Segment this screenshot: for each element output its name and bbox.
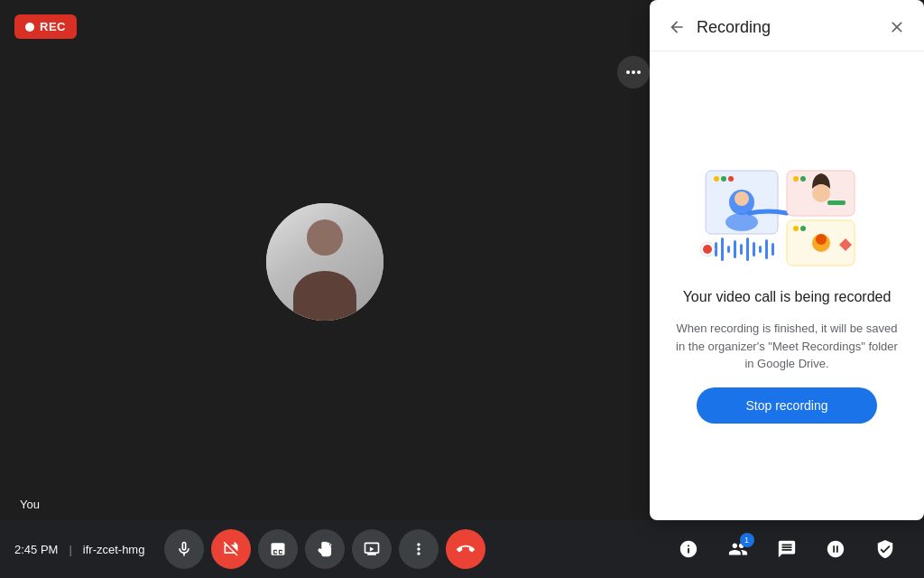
avatar-logo <box>273 292 337 313</box>
panel-content: Your video call is being recorded When r… <box>650 51 924 520</box>
svg-point-2 <box>721 176 726 182</box>
end-call-button[interactable] <box>446 529 485 569</box>
svg-point-9 <box>800 176 806 182</box>
captions-button[interactable] <box>258 529 298 569</box>
recording-panel: Recording <box>650 0 924 520</box>
end-call-icon <box>457 540 475 558</box>
svg-rect-24 <box>753 242 755 256</box>
panel-title: Recording <box>697 18 884 37</box>
close-icon <box>888 18 906 36</box>
meeting-id: ifr-zcet-hmg <box>83 543 145 556</box>
shield-icon <box>875 539 895 559</box>
video-area: REC You 2:45 PM | ifr-zcet-hmg <box>0 0 650 578</box>
illustration-svg <box>688 148 886 275</box>
camera-off-icon <box>222 540 240 558</box>
more-button[interactable] <box>399 529 439 569</box>
participant-avatar <box>266 203 383 321</box>
svg-point-10 <box>812 184 830 202</box>
call-controls <box>164 529 485 569</box>
you-label: You <box>20 498 40 511</box>
activities-button[interactable] <box>816 529 855 569</box>
right-action-bar: 1 <box>650 520 924 578</box>
svg-rect-21 <box>734 240 736 258</box>
present-icon <box>363 540 381 558</box>
three-dots-icon <box>626 70 641 74</box>
more-vert-icon <box>410 540 428 558</box>
captions-icon <box>269 540 287 558</box>
person-head <box>307 219 343 256</box>
recording-illustration <box>688 148 886 275</box>
svg-point-29 <box>703 245 712 254</box>
meeting-time: 2:45 PM <box>14 543 58 556</box>
divider: | <box>69 543 71 556</box>
svg-point-3 <box>728 176 734 182</box>
svg-point-13 <box>793 226 799 231</box>
activities-icon <box>826 539 845 559</box>
svg-rect-25 <box>759 246 762 253</box>
svg-rect-23 <box>746 238 749 261</box>
security-button[interactable] <box>865 529 905 569</box>
bottom-bar: 2:45 PM | ifr-zcet-hmg <box>0 520 650 578</box>
avatar-inner <box>266 203 383 321</box>
stop-recording-button[interactable]: Stop recording <box>697 387 877 424</box>
panel-back-button[interactable] <box>664 14 689 40</box>
svg-point-5 <box>725 213 758 231</box>
recording-status-text: Your video call is being recorded <box>683 289 892 305</box>
camera-button[interactable] <box>211 529 251 569</box>
svg-point-16 <box>816 234 827 245</box>
rec-badge: REC <box>14 14 77 39</box>
back-arrow-icon <box>668 18 686 36</box>
svg-rect-19 <box>721 238 724 261</box>
info-icon <box>679 539 698 559</box>
meeting-info: 2:45 PM | ifr-zcet-hmg <box>14 543 144 556</box>
panel-close-button[interactable] <box>884 14 910 40</box>
people-badge: 1 <box>740 533 754 547</box>
svg-point-6 <box>735 191 749 206</box>
svg-point-1 <box>714 176 719 182</box>
svg-point-8 <box>793 176 799 182</box>
svg-point-14 <box>800 226 806 231</box>
mic-icon <box>175 540 193 558</box>
more-options-button[interactable] <box>617 56 650 89</box>
chat-icon <box>777 539 797 559</box>
chat-button[interactable] <box>767 529 807 569</box>
raise-hand-icon <box>316 540 334 558</box>
svg-rect-22 <box>740 244 743 255</box>
microphone-button[interactable] <box>164 529 204 569</box>
svg-rect-27 <box>772 243 774 256</box>
svg-rect-11 <box>827 200 845 205</box>
rec-indicator-dot <box>25 23 34 32</box>
present-button[interactable] <box>352 529 392 569</box>
svg-rect-26 <box>765 239 768 259</box>
people-button[interactable]: 1 <box>718 529 758 569</box>
recording-desc-text: When recording is finished, it will be s… <box>671 320 902 373</box>
avatar-circle <box>266 203 383 321</box>
info-button[interactable] <box>669 529 708 569</box>
panel-header: Recording <box>650 0 924 51</box>
svg-rect-20 <box>727 246 730 253</box>
raise-hand-button[interactable] <box>305 529 345 569</box>
rec-label: REC <box>40 20 66 33</box>
